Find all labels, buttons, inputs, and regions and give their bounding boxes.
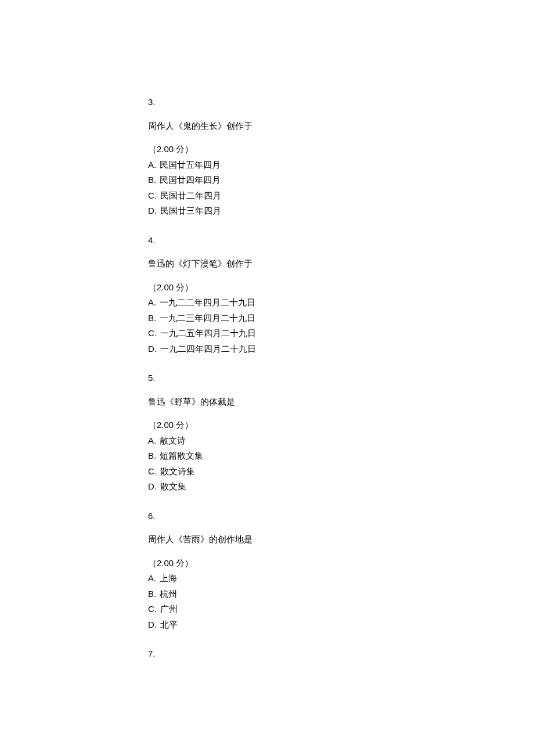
option-text: 散文集 xyxy=(160,482,186,491)
option-c: C. 广州 xyxy=(148,603,534,616)
points-suffix: 分） xyxy=(174,283,193,292)
option-letter: D. xyxy=(148,620,157,629)
question-points: （2.00 分） xyxy=(148,557,534,570)
option-c: C. 一九二五年四月二十九日 xyxy=(148,327,534,340)
option-letter: C. xyxy=(148,328,157,338)
option-letter: C. xyxy=(148,190,157,200)
question-number: 3. xyxy=(148,96,534,109)
option-text: 民国廿五年四月 xyxy=(160,160,221,170)
question-stem: 周作人《苦雨》的创作地是 xyxy=(148,533,534,546)
question-5: 5. 鲁迅《野草》的体裁是 （2.00 分） A. 散文诗 B. 短篇散文集 C… xyxy=(148,372,534,494)
option-b: B. 短篇散文集 xyxy=(148,449,534,463)
option-text: 一九二四年四月二十九日 xyxy=(160,344,256,354)
question-stem: 鲁迅的《灯下漫笔》创作于 xyxy=(148,257,534,271)
option-letter: D. xyxy=(148,481,157,491)
question-3: 3. 周作人《鬼的生长》创作于 （2.00 分） A. 民国廿五年四月 B. 民… xyxy=(148,96,534,218)
option-b: B. 一九二三年四月二十九日 xyxy=(148,312,534,325)
option-letter: D. xyxy=(148,206,157,215)
option-letter: C. xyxy=(148,466,157,476)
question-points: （2.00 分） xyxy=(148,143,534,156)
option-text: 一九二二年四月二十九日 xyxy=(160,298,255,307)
points-suffix: 分） xyxy=(174,145,193,154)
points-prefix: （ xyxy=(148,145,157,154)
question-7: 7. xyxy=(148,647,534,661)
question-number: 4. xyxy=(148,234,534,247)
exam-page: 3. 周作人《鬼的生长》创作于 （2.00 分） A. 民国廿五年四月 B. 民… xyxy=(0,0,534,735)
points-suffix: 分） xyxy=(174,420,193,430)
option-text: 一九二五年四月二十九日 xyxy=(160,329,256,338)
option-text: 民国廿四年四月 xyxy=(160,175,221,185)
option-letter: A. xyxy=(148,435,156,445)
points-value: 2.00 xyxy=(157,558,174,568)
points-suffix: 分） xyxy=(174,559,193,568)
option-letter: D. xyxy=(148,344,157,354)
points-value: 2.00 xyxy=(157,282,174,292)
option-a: A. 上海 xyxy=(148,572,534,585)
option-d: D. 民国廿三年四月 xyxy=(148,204,534,218)
option-text: 上海 xyxy=(160,574,177,583)
question-points: （2.00 分） xyxy=(148,281,534,294)
option-text: 散文诗 xyxy=(160,436,186,445)
option-c: C. 散文诗集 xyxy=(148,465,534,478)
option-letter: A. xyxy=(148,573,156,583)
points-prefix: （ xyxy=(148,283,157,292)
question-4: 4. 鲁迅的《灯下漫笔》创作于 （2.00 分） A. 一九二二年四月二十九日 … xyxy=(148,234,534,356)
question-6: 6. 周作人《苦雨》的创作地是 （2.00 分） A. 上海 B. 杭州 C. … xyxy=(148,510,534,632)
option-a: A. 民国廿五年四月 xyxy=(148,159,534,172)
option-text: 民国廿三年四月 xyxy=(160,206,221,215)
question-number: 6. xyxy=(148,510,534,523)
option-a: A. 一九二二年四月二十九日 xyxy=(148,296,534,309)
question-number: 5. xyxy=(148,372,534,385)
option-letter: C. xyxy=(148,604,157,614)
option-a: A. 散文诗 xyxy=(148,434,534,448)
option-letter: A. xyxy=(148,297,156,307)
points-prefix: （ xyxy=(148,559,157,568)
option-letter: B. xyxy=(148,175,156,185)
question-points: （2.00 分） xyxy=(148,419,534,432)
option-b: B. 民国廿四年四月 xyxy=(148,174,534,187)
option-letter: B. xyxy=(148,451,156,460)
question-number: 7. xyxy=(148,647,534,661)
option-text: 一九二三年四月二十九日 xyxy=(160,314,255,323)
option-text: 杭州 xyxy=(160,589,177,599)
option-text: 北平 xyxy=(160,620,178,629)
option-d: D. 散文集 xyxy=(148,480,534,494)
option-text: 广州 xyxy=(160,604,178,614)
option-c: C. 民国廿二年四月 xyxy=(148,189,534,203)
points-value: 2.00 xyxy=(157,420,174,430)
question-stem: 鲁迅《野草》的体裁是 xyxy=(148,395,534,409)
option-text: 散文诗集 xyxy=(160,467,195,476)
question-stem: 周作人《鬼的生长》创作于 xyxy=(148,120,534,133)
option-letter: B. xyxy=(148,313,156,323)
option-letter: B. xyxy=(148,589,156,599)
option-text: 短篇散文集 xyxy=(160,451,203,460)
points-value: 2.00 xyxy=(157,144,174,154)
option-d: D. 北平 xyxy=(148,618,534,632)
option-b: B. 杭州 xyxy=(148,588,534,601)
option-text: 民国廿二年四月 xyxy=(160,191,221,200)
points-prefix: （ xyxy=(148,420,157,430)
option-d: D. 一九二四年四月二十九日 xyxy=(148,343,534,356)
option-letter: A. xyxy=(148,160,156,170)
